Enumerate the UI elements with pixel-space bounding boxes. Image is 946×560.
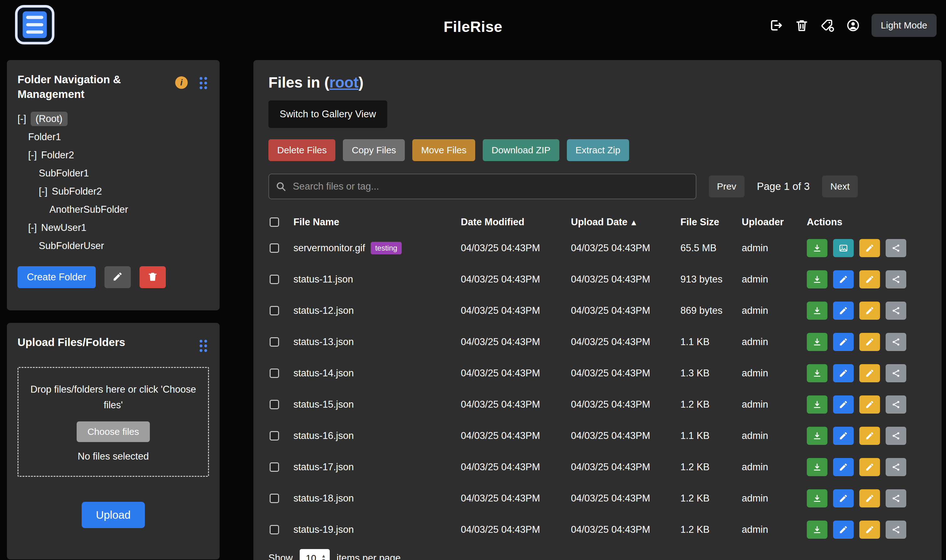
- file-name[interactable]: status-12.json: [294, 305, 354, 316]
- preview-button[interactable]: [833, 239, 854, 257]
- column-header[interactable]: File Size: [680, 217, 742, 228]
- share-button[interactable]: [886, 489, 906, 508]
- trash-icon[interactable]: [795, 18, 809, 32]
- tree-item[interactable]: AnotherSubFolder: [17, 200, 209, 219]
- edit-button[interactable]: [833, 270, 854, 288]
- row-checkbox[interactable]: [270, 431, 279, 440]
- tree-item-label[interactable]: AnotherSubFolder: [49, 204, 128, 215]
- app-logo-icon[interactable]: [14, 5, 55, 45]
- file-name[interactable]: status-18.json: [294, 493, 354, 504]
- root-link[interactable]: root: [329, 74, 358, 91]
- tree-item-label[interactable]: NewUser1: [41, 222, 87, 233]
- file-name[interactable]: status-15.json: [294, 399, 354, 410]
- extract-zip-button[interactable]: Extract Zip: [567, 139, 629, 161]
- tree-toggle-icon[interactable]: [-]: [39, 186, 48, 197]
- file-name[interactable]: status-11.json: [294, 274, 353, 285]
- edit-button[interactable]: [833, 333, 854, 351]
- tree-item[interactable]: SubFolder1: [17, 164, 209, 182]
- share-button[interactable]: [886, 427, 906, 445]
- download-button[interactable]: [807, 489, 828, 508]
- share-button[interactable]: [886, 270, 906, 288]
- tree-toggle-icon[interactable]: [-]: [28, 222, 37, 233]
- row-checkbox[interactable]: [270, 525, 279, 534]
- column-header[interactable]: Actions: [807, 217, 927, 228]
- move-files-button[interactable]: Move Files: [412, 139, 475, 161]
- tree-item-label[interactable]: (Root): [31, 112, 68, 126]
- download-button[interactable]: [807, 270, 828, 288]
- share-button[interactable]: [886, 458, 906, 476]
- delete-folder-button[interactable]: [140, 266, 166, 288]
- tree-item[interactable]: SubFolderUser: [17, 237, 209, 255]
- next-page-button[interactable]: Next: [822, 175, 858, 197]
- edit-button[interactable]: [833, 302, 854, 320]
- rename-button[interactable]: [859, 239, 880, 257]
- download-button[interactable]: [807, 458, 828, 476]
- row-checkbox[interactable]: [270, 369, 279, 378]
- row-checkbox[interactable]: [270, 306, 279, 315]
- column-header[interactable]: File Name: [294, 217, 461, 228]
- info-icon[interactable]: i: [175, 76, 188, 89]
- edit-button[interactable]: [833, 458, 854, 476]
- drag-handle-icon[interactable]: [200, 340, 207, 352]
- share-button[interactable]: [886, 239, 906, 257]
- column-header[interactable]: Upload Date ▲: [571, 217, 680, 228]
- items-per-page-select[interactable]: 10 ▲▼: [300, 549, 330, 560]
- share-button[interactable]: [886, 302, 906, 320]
- share-button[interactable]: [886, 364, 906, 382]
- row-checkbox[interactable]: [270, 462, 279, 472]
- logout-icon[interactable]: [769, 18, 783, 32]
- rename-button[interactable]: [859, 333, 880, 351]
- file-name[interactable]: servermonitor.gif: [294, 243, 365, 254]
- download-button[interactable]: [807, 364, 828, 382]
- select-all-checkbox[interactable]: [270, 217, 279, 227]
- tree-item[interactable]: [-]NewUser1: [17, 219, 209, 237]
- rename-button[interactable]: [859, 521, 880, 539]
- file-name[interactable]: status-16.json: [294, 430, 354, 442]
- file-name[interactable]: status-19.json: [294, 524, 354, 535]
- tree-item[interactable]: Folder1: [17, 128, 209, 146]
- light-mode-button[interactable]: Light Mode: [872, 14, 937, 37]
- edit-button[interactable]: [833, 395, 854, 414]
- drag-handle-icon[interactable]: [200, 77, 207, 89]
- share-button[interactable]: [886, 521, 906, 539]
- tree-item-label[interactable]: SubFolder2: [52, 186, 102, 197]
- rename-button[interactable]: [859, 489, 880, 508]
- download-zip-button[interactable]: Download ZIP: [483, 139, 559, 161]
- tree-item-label[interactable]: Folder1: [28, 131, 61, 143]
- download-button[interactable]: [807, 302, 828, 320]
- edit-button[interactable]: [833, 364, 854, 382]
- rename-folder-button[interactable]: [105, 266, 131, 288]
- rename-button[interactable]: [859, 302, 880, 320]
- upload-button[interactable]: Upload: [82, 502, 145, 528]
- rename-button[interactable]: [859, 458, 880, 476]
- file-name[interactable]: status-14.json: [294, 368, 354, 379]
- download-button[interactable]: [807, 395, 828, 414]
- row-checkbox[interactable]: [270, 337, 279, 347]
- row-checkbox[interactable]: [270, 400, 279, 409]
- tree-toggle-icon[interactable]: [-]: [17, 113, 26, 125]
- file-name[interactable]: status-13.json: [294, 336, 354, 348]
- rename-button[interactable]: [859, 427, 880, 445]
- rename-button[interactable]: [859, 364, 880, 382]
- column-header[interactable]: Date Modified: [461, 217, 571, 228]
- row-checkbox[interactable]: [270, 494, 279, 503]
- file-name[interactable]: status-17.json: [294, 462, 354, 473]
- download-button[interactable]: [807, 427, 828, 445]
- download-button[interactable]: [807, 333, 828, 351]
- row-checkbox[interactable]: [270, 275, 279, 284]
- tree-item[interactable]: [-]Folder2: [17, 146, 209, 164]
- copy-files-button[interactable]: Copy Files: [343, 139, 405, 161]
- tree-item-label[interactable]: Folder2: [41, 149, 74, 161]
- edit-button[interactable]: [833, 427, 854, 445]
- create-folder-button[interactable]: Create Folder: [17, 266, 96, 288]
- prev-page-button[interactable]: Prev: [709, 175, 744, 197]
- account-icon[interactable]: [846, 18, 860, 32]
- switch-gallery-view-button[interactable]: Switch to Gallery View: [268, 100, 387, 128]
- tree-item-label[interactable]: SubFolder1: [39, 168, 89, 179]
- share-button[interactable]: [886, 333, 906, 351]
- choose-files-button[interactable]: Choose files: [77, 422, 149, 442]
- upload-dropzone[interactable]: Drop files/folders here or click 'Choose…: [17, 367, 209, 477]
- edit-button[interactable]: [833, 489, 854, 508]
- download-button[interactable]: [807, 521, 828, 539]
- tree-item[interactable]: [-]SubFolder2: [17, 182, 209, 200]
